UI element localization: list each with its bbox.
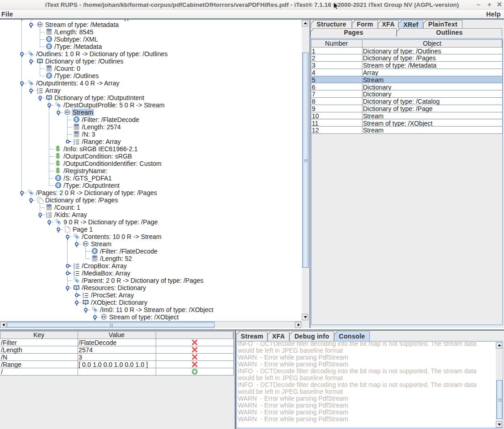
svg-text:3: 3 [74, 274, 75, 277]
svg-text:3: 3 [74, 267, 75, 270]
svg-text:$: $ [56, 159, 60, 167]
svg-text:3: 3 [74, 143, 75, 145]
svg-text:3: 3 [83, 296, 84, 299]
svg-text:$: $ [56, 145, 60, 152]
svg-text:$: $ [56, 152, 60, 159]
svg-text:$: $ [56, 167, 60, 174]
